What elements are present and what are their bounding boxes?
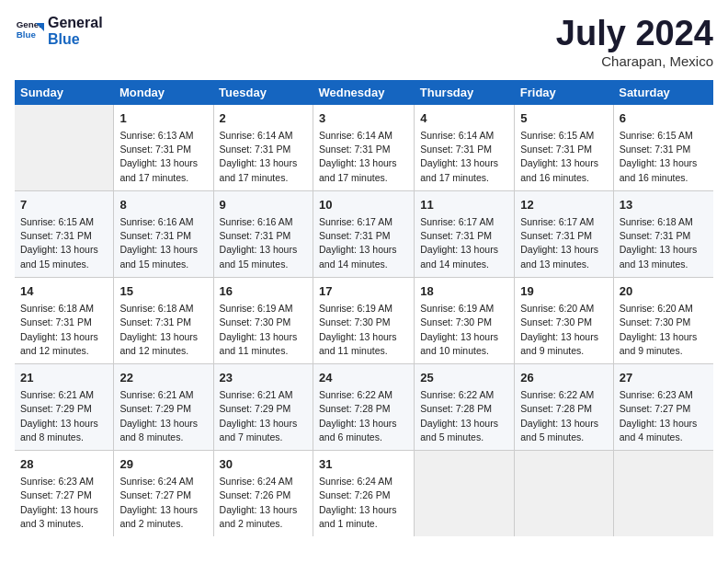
day-cell	[613, 451, 713, 537]
day-cell: 11Sunrise: 6:17 AMSunset: 7:31 PMDayligh…	[415, 190, 515, 277]
day-info: Sunrise: 6:17 AMSunset: 7:31 PMDaylight:…	[319, 215, 408, 271]
day-number: 31	[319, 456, 408, 473]
day-info: Sunrise: 6:15 AMSunset: 7:31 PMDaylight:…	[20, 215, 108, 271]
day-cell: 26Sunrise: 6:22 AMSunset: 7:28 PMDayligh…	[515, 363, 613, 450]
day-number: 4	[420, 110, 508, 127]
day-number: 8	[119, 197, 207, 213]
day-cell: 8Sunrise: 6:16 AMSunset: 7:31 PMDaylight…	[114, 190, 213, 277]
day-number: 14	[20, 283, 108, 300]
day-info: Sunrise: 6:13 AMSunset: 7:31 PMDaylight:…	[119, 129, 207, 185]
day-number: 19	[520, 283, 607, 300]
day-number: 24	[319, 370, 408, 386]
day-number: 6	[620, 110, 708, 127]
day-info: Sunrise: 6:22 AMSunset: 7:28 PMDaylight:…	[420, 388, 508, 444]
day-cell: 23Sunrise: 6:21 AMSunset: 7:29 PMDayligh…	[213, 363, 313, 450]
day-info: Sunrise: 6:24 AMSunset: 7:27 PMDaylight:…	[119, 475, 207, 531]
day-number: 16	[220, 283, 307, 300]
week-row-3: 14Sunrise: 6:18 AMSunset: 7:31 PMDayligh…	[15, 277, 713, 363]
day-number: 20	[620, 283, 708, 300]
day-info: Sunrise: 6:16 AMSunset: 7:31 PMDaylight:…	[119, 215, 207, 271]
day-number: 12	[520, 197, 607, 213]
day-info: Sunrise: 6:20 AMSunset: 7:30 PMDaylight:…	[620, 302, 708, 358]
day-cell: 4Sunrise: 6:14 AMSunset: 7:31 PMDaylight…	[415, 105, 515, 191]
day-cell: 17Sunrise: 6:19 AMSunset: 7:30 PMDayligh…	[313, 277, 414, 363]
day-info: Sunrise: 6:15 AMSunset: 7:31 PMDaylight:…	[620, 129, 708, 185]
day-cell: 19Sunrise: 6:20 AMSunset: 7:30 PMDayligh…	[515, 277, 613, 363]
day-info: Sunrise: 6:23 AMSunset: 7:27 PMDaylight:…	[20, 475, 108, 531]
day-number: 13	[620, 197, 708, 213]
day-number: 22	[119, 370, 207, 386]
day-info: Sunrise: 6:14 AMSunset: 7:31 PMDaylight:…	[420, 129, 508, 185]
day-cell	[15, 105, 114, 191]
logo-general: General	[48, 15, 103, 31]
calendar-header: SundayMondayTuesdayWednesdayThursdayFrid…	[15, 80, 713, 105]
day-info: Sunrise: 6:22 AMSunset: 7:28 PMDaylight:…	[319, 388, 408, 444]
day-number: 7	[20, 197, 108, 213]
day-number: 27	[620, 370, 708, 386]
day-cell: 3Sunrise: 6:14 AMSunset: 7:31 PMDaylight…	[313, 105, 414, 191]
day-info: Sunrise: 6:14 AMSunset: 7:31 PMDaylight:…	[220, 129, 307, 185]
day-number: 21	[20, 370, 108, 386]
calendar-body: 1Sunrise: 6:13 AMSunset: 7:31 PMDaylight…	[15, 105, 713, 536]
day-number: 10	[319, 197, 408, 213]
day-cell: 1Sunrise: 6:13 AMSunset: 7:31 PMDaylight…	[114, 105, 213, 191]
day-number: 28	[20, 456, 108, 473]
week-row-1: 1Sunrise: 6:13 AMSunset: 7:31 PMDaylight…	[15, 105, 713, 191]
day-info: Sunrise: 6:17 AMSunset: 7:31 PMDaylight:…	[420, 215, 508, 271]
day-info: Sunrise: 6:24 AMSunset: 7:26 PMDaylight:…	[319, 475, 408, 531]
day-info: Sunrise: 6:18 AMSunset: 7:31 PMDaylight:…	[20, 302, 108, 358]
day-number: 1	[119, 110, 207, 127]
day-info: Sunrise: 6:16 AMSunset: 7:31 PMDaylight:…	[220, 215, 307, 271]
day-cell: 7Sunrise: 6:15 AMSunset: 7:31 PMDaylight…	[15, 190, 114, 277]
day-cell: 31Sunrise: 6:24 AMSunset: 7:26 PMDayligh…	[313, 451, 414, 537]
day-number: 23	[220, 370, 307, 386]
day-cell: 2Sunrise: 6:14 AMSunset: 7:31 PMDaylight…	[213, 105, 313, 191]
day-number: 3	[319, 110, 408, 127]
day-number: 11	[420, 197, 508, 213]
header-row: SundayMondayTuesdayWednesdayThursdayFrid…	[15, 80, 713, 105]
day-info: Sunrise: 6:21 AMSunset: 7:29 PMDaylight:…	[119, 388, 207, 444]
day-cell: 9Sunrise: 6:16 AMSunset: 7:31 PMDaylight…	[213, 190, 313, 277]
day-cell: 24Sunrise: 6:22 AMSunset: 7:28 PMDayligh…	[313, 363, 414, 450]
title-block: July 2024 Charapan, Mexico	[556, 15, 713, 69]
day-cell: 6Sunrise: 6:15 AMSunset: 7:31 PMDaylight…	[613, 105, 713, 191]
day-info: Sunrise: 6:21 AMSunset: 7:29 PMDaylight:…	[20, 388, 108, 444]
day-info: Sunrise: 6:24 AMSunset: 7:26 PMDaylight:…	[220, 475, 307, 531]
calendar-table: SundayMondayTuesdayWednesdayThursdayFrid…	[15, 80, 713, 536]
day-info: Sunrise: 6:19 AMSunset: 7:30 PMDaylight:…	[420, 302, 508, 358]
header-cell-sunday: Sunday	[15, 80, 114, 105]
svg-text:Blue: Blue	[17, 29, 37, 40]
day-cell: 21Sunrise: 6:21 AMSunset: 7:29 PMDayligh…	[15, 363, 114, 450]
location-subtitle: Charapan, Mexico	[556, 53, 713, 69]
header-cell-friday: Friday	[515, 80, 613, 105]
header-cell-wednesday: Wednesday	[313, 80, 414, 105]
day-cell: 27Sunrise: 6:23 AMSunset: 7:27 PMDayligh…	[613, 363, 713, 450]
day-info: Sunrise: 6:22 AMSunset: 7:28 PMDaylight:…	[520, 388, 607, 444]
day-cell: 5Sunrise: 6:15 AMSunset: 7:31 PMDaylight…	[515, 105, 613, 191]
day-info: Sunrise: 6:20 AMSunset: 7:30 PMDaylight:…	[520, 302, 607, 358]
day-cell	[415, 451, 515, 537]
header-cell-tuesday: Tuesday	[213, 80, 313, 105]
day-number: 9	[220, 197, 307, 213]
day-cell: 22Sunrise: 6:21 AMSunset: 7:29 PMDayligh…	[114, 363, 213, 450]
day-cell: 30Sunrise: 6:24 AMSunset: 7:26 PMDayligh…	[213, 451, 313, 537]
day-number: 30	[220, 456, 307, 473]
day-number: 25	[420, 370, 508, 386]
day-info: Sunrise: 6:17 AMSunset: 7:31 PMDaylight:…	[520, 215, 607, 271]
day-cell: 10Sunrise: 6:17 AMSunset: 7:31 PMDayligh…	[313, 190, 414, 277]
day-cell	[515, 451, 613, 537]
week-row-5: 28Sunrise: 6:23 AMSunset: 7:27 PMDayligh…	[15, 451, 713, 537]
logo: General Blue General Blue	[15, 15, 103, 47]
day-cell: 13Sunrise: 6:18 AMSunset: 7:31 PMDayligh…	[613, 190, 713, 277]
day-number: 15	[119, 283, 207, 300]
day-cell: 28Sunrise: 6:23 AMSunset: 7:27 PMDayligh…	[15, 451, 114, 537]
day-number: 18	[420, 283, 508, 300]
day-number: 26	[520, 370, 607, 386]
page-header: General Blue General Blue July 2024 Char…	[15, 15, 713, 69]
day-info: Sunrise: 6:14 AMSunset: 7:31 PMDaylight:…	[319, 129, 408, 185]
week-row-2: 7Sunrise: 6:15 AMSunset: 7:31 PMDaylight…	[15, 190, 713, 277]
month-title: July 2024	[556, 15, 713, 53]
day-info: Sunrise: 6:18 AMSunset: 7:31 PMDaylight:…	[620, 215, 708, 271]
day-number: 17	[319, 283, 408, 300]
week-row-4: 21Sunrise: 6:21 AMSunset: 7:29 PMDayligh…	[15, 363, 713, 450]
